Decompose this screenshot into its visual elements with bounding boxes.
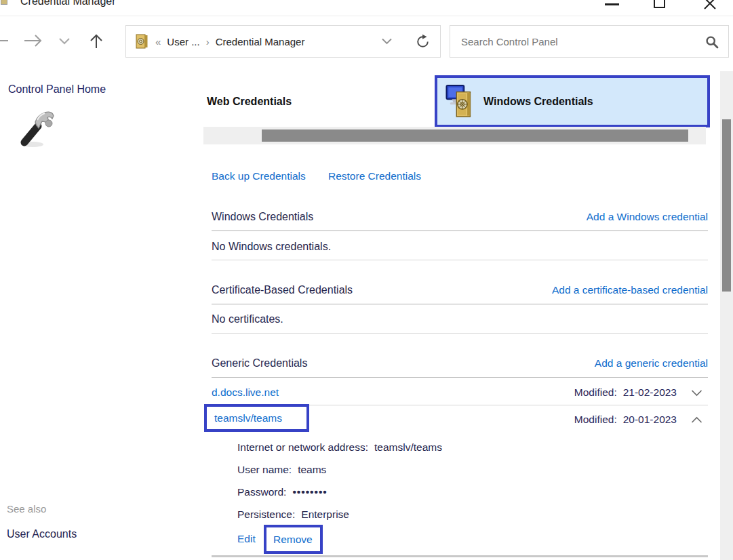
sidebar-item-control-panel-home[interactable]: Control Panel Home [8,83,106,96]
separator [212,304,708,304]
add-windows-credential-link[interactable]: Add a Windows credential [587,211,708,223]
horizontal-scrollbar-thumb[interactable] [262,129,688,142]
detail-label: User name: [237,464,292,475]
see-also-label: See also [7,503,46,515]
modified-date: 21-02-2023 [623,386,677,399]
section-title: Generic Credentials [212,357,307,369]
close-icon [703,0,717,10]
annotation-box-teamslv: teamslv/teams [204,404,309,432]
tab-web-credentials[interactable]: Web Credentials [207,96,292,108]
section-generic-credentials-header: Generic Credentials Add a generic creden… [212,357,708,369]
detail-value: teamslv/teams [374,441,442,453]
recent-pages-chevron-icon[interactable] [58,37,71,45]
maximize-button[interactable] [644,0,675,16]
modified-date: 20-01-2023 [623,414,677,426]
breadcrumb-prefix: « [155,36,161,47]
minimize-icon [605,3,619,5]
remove-credential-link[interactable]: Remove [273,534,313,546]
no-windows-credentials-text: No Windows credentials. [212,241,331,253]
up-button[interactable] [88,33,104,49]
section-title: Certificate-Based Credentials [212,284,353,296]
refresh-button[interactable] [415,34,431,49]
detail-label: Internet or network address: [237,441,368,453]
tab-windows-credentials[interactable]: Windows Credentials [435,75,710,127]
search-input[interactable] [450,26,728,57]
windows-credentials-icon [445,84,477,119]
window-title: Credential Manager [20,0,116,7]
chevron-up-icon [691,416,702,424]
search-box [450,25,729,58]
minimize-button[interactable] [597,0,628,16]
address-bar[interactable]: « User ... › Credential Manager [125,25,441,58]
detail-label: Persistence: [237,508,295,520]
credential-modified: Modified: 20-01-2023 [574,414,708,426]
credential-row-ddocslivenet: d.docs.live.net Modified: 21-02-2023 [212,384,708,401]
credential-modified: Modified: 21-02-2023 [574,386,708,399]
separator [212,260,708,260]
titlebar: Credential Manager [0,0,733,16]
maximize-icon [654,0,665,8]
detail-value: teams [298,464,326,475]
edit-credential-link[interactable]: Edit [237,533,256,545]
detail-label: Password: [237,486,286,498]
close-button[interactable] [695,0,726,16]
sidebar-item-user-accounts[interactable]: User Accounts [7,528,77,540]
separator [212,377,708,378]
separator [212,231,708,231]
backup-credentials-link[interactable]: Back up Credentials [212,170,306,182]
credential-manager-icon [134,34,149,49]
back-button[interactable] [0,33,9,48]
credential-name-link[interactable]: d.docs.live.net [212,386,279,399]
add-certificate-credential-link[interactable]: Add a certificate-based credential [552,284,708,296]
credential-name-link-teamslv[interactable]: teamslv/teams [214,412,282,424]
vertical-scrollbar-thumb[interactable] [722,119,731,292]
annotation-box-remove: Remove [264,525,323,554]
detail-username: User name:teams [237,464,326,476]
separator [212,333,708,334]
horizontal-scrollbar[interactable] [203,127,706,144]
hammer-cursor-icon [16,107,57,149]
vertical-scrollbar[interactable] [720,71,733,560]
breadcrumb-separator: › [206,36,210,47]
breadcrumb-current[interactable]: Credential Manager [216,36,305,47]
expand-row-button[interactable] [691,389,702,397]
restore-credentials-link[interactable]: Restore Credentials [328,170,421,182]
app-icon [1,0,7,5]
add-generic-credential-link[interactable]: Add a generic credential [595,357,708,369]
forward-button[interactable] [23,33,43,48]
separator [212,555,708,557]
detail-address: Internet or network address:teamslv/team… [237,441,442,454]
modified-label: Modified: [574,414,617,426]
collapse-row-button[interactable] [691,416,702,424]
detail-password: Password:•••••••• [237,486,328,498]
breadcrumb-root[interactable]: User ... [167,36,199,47]
chevron-down-icon [691,389,702,397]
modified-label: Modified: [574,386,617,399]
section-title: Windows Credentials [212,211,313,223]
no-certificates-text: No certificates. [212,313,283,325]
detail-value-password-dots: •••••••• [292,486,327,498]
section-certificate-credentials-header: Certificate-Based Credentials Add a cert… [212,284,708,296]
detail-value: Enterprise [301,508,349,520]
search-icon [705,35,719,49]
tab-windows-credentials-label: Windows Credentials [483,96,593,108]
navigation-bar: « User ... › Credential Manager [0,17,733,64]
section-windows-credentials-header: Windows Credentials Add a Windows creden… [212,211,708,223]
detail-persistence: Persistence:Enterprise [237,508,349,521]
address-dropdown-chevron-icon[interactable] [381,38,393,45]
